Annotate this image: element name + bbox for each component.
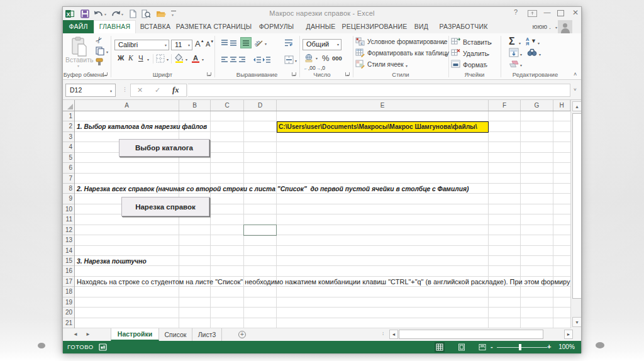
sheet-nav-left-icon[interactable]: ◄	[73, 331, 78, 337]
accounting-dropdown-icon[interactable]: ▾	[316, 56, 318, 60]
user-dropdown-icon[interactable]: ▾	[555, 25, 557, 30]
cell-a2[interactable]: 1. Выбор каталога для нарезки файлов	[77, 123, 207, 130]
orientation-dropdown-icon[interactable]: ▾	[265, 42, 267, 46]
column-header-F[interactable]: F	[489, 100, 521, 111]
sheet-tab-nastroyki[interactable]: Настройки	[111, 328, 159, 341]
percent-style-button[interactable]: %	[322, 53, 330, 63]
horizontal-scroll-thumb[interactable]	[399, 330, 543, 339]
form-button-narezka-spravok[interactable]: Нарезка справок	[121, 197, 209, 216]
cell-styles-button[interactable]: Стили ячеек	[367, 61, 404, 68]
row-header-17[interactable]: 17	[63, 277, 74, 287]
row-header-3[interactable]: 3	[63, 132, 74, 142]
align-left-icon[interactable]	[221, 56, 228, 64]
merge-center-dropdown-icon[interactable]: ▾	[295, 58, 297, 63]
nav-dot-left[interactable]	[38, 343, 45, 348]
grid[interactable]: 1. Выбор каталога для нарезки файлов C:\…	[75, 111, 570, 328]
font-color-dropdown-icon[interactable]: ▾	[202, 57, 204, 62]
fill-color-icon[interactable]	[174, 53, 184, 63]
tab-scroll-splitter[interactable]: ⁞	[382, 331, 384, 336]
delete-cells-icon[interactable]	[451, 48, 460, 57]
tab-page-layout[interactable]: РАЗМЕТКА СТРАНИЦЫ	[175, 20, 253, 33]
insert-cells-icon[interactable]	[451, 37, 460, 46]
help-button[interactable]: ?	[511, 8, 521, 18]
cancel-icon[interactable]: ✕	[137, 86, 143, 94]
decrease-decimal-button[interactable]: →,0	[316, 65, 325, 71]
sort-filter-dropdown-icon[interactable]: ▾	[538, 41, 540, 45]
formula-bar-splitter[interactable]: ⋮	[122, 86, 128, 92]
fill-down-icon[interactable]	[509, 48, 519, 57]
row-header-6[interactable]: 6	[63, 163, 74, 173]
close-button[interactable]: ✕	[570, 8, 580, 18]
formula-input[interactable]	[188, 84, 570, 97]
copy-icon[interactable]	[96, 47, 104, 55]
name-box-dropdown-icon[interactable]: ▾	[110, 89, 112, 93]
row-header-10[interactable]: 10	[63, 204, 74, 214]
copy-dropdown-icon[interactable]: ▾	[106, 50, 108, 54]
tab-formulas[interactable]: ФОРМУЛЫ	[253, 20, 300, 33]
conditional-formatting-button[interactable]: Условное форматирование	[367, 38, 447, 45]
vertical-scrollbar[interactable]: ▲ ▼	[570, 100, 581, 328]
ribbon-display-options-button[interactable]	[528, 10, 537, 17]
bold-button[interactable]: Ж	[118, 54, 124, 62]
decrease-indent-icon[interactable]	[253, 56, 262, 64]
column-header-A[interactable]: A	[75, 100, 179, 111]
grow-font-button[interactable]: А▲	[195, 39, 204, 48]
scroll-down-icon[interactable]: ▼	[572, 317, 581, 327]
comma-style-button[interactable]: 000	[332, 55, 342, 62]
row-header-14[interactable]: 14	[63, 246, 74, 256]
hscroll-right-icon[interactable]: ►	[564, 330, 573, 339]
number-dialog-launcher-icon[interactable]	[345, 72, 350, 77]
format-cells-dropdown-icon[interactable]: ▾	[486, 64, 487, 68]
fill-color-dropdown-icon[interactable]: ▾	[186, 57, 187, 62]
align-bottom-selected[interactable]	[240, 37, 252, 48]
row-header-9[interactable]: 9	[63, 194, 74, 204]
sheet-nav-right-icon[interactable]: ►	[86, 331, 91, 337]
conditional-formatting-dropdown-icon[interactable]: ▾	[443, 41, 445, 45]
user-avatar[interactable]	[558, 20, 572, 33]
row-header-5[interactable]: 5	[63, 153, 74, 163]
font-name-select[interactable]: Calibri▾	[114, 40, 169, 50]
number-format-select[interactable]: Общий▾	[303, 39, 341, 50]
zoom-slider-thumb[interactable]	[519, 344, 521, 350]
zoom-in-button[interactable]: +	[547, 343, 551, 350]
italic-button[interactable]: К	[128, 54, 133, 62]
format-as-table-dropdown-icon[interactable]: ▾	[445, 52, 447, 57]
format-painter-icon[interactable]	[96, 57, 104, 66]
zoom-slider-track[interactable]	[497, 347, 547, 348]
align-center-icon[interactable]	[230, 56, 237, 64]
page-layout-view-button[interactable]	[457, 342, 467, 352]
find-select-dropdown-icon[interactable]: ▾	[539, 52, 541, 57]
row-header-16[interactable]: 16	[63, 266, 74, 276]
row-header-2[interactable]: 2	[63, 121, 74, 131]
enter-icon[interactable]: ✓	[155, 86, 160, 94]
normal-view-button[interactable]	[435, 342, 445, 352]
cell-a15[interactable]: 3. Нарезка поштучно	[77, 258, 147, 265]
clear-icon[interactable]	[509, 60, 519, 68]
alignment-dialog-launcher-icon[interactable]	[292, 72, 297, 77]
new-sheet-button[interactable]: +	[238, 331, 246, 338]
row-header-4[interactable]: 4	[63, 142, 74, 152]
select-all-corner[interactable]	[63, 100, 75, 111]
borders-dropdown-icon[interactable]: ▾	[167, 57, 169, 62]
delete-cells-button[interactable]: Удалить	[463, 50, 488, 57]
merge-center-icon[interactable]	[284, 55, 294, 64]
maximize-button[interactable]	[557, 10, 564, 16]
font-color-icon[interactable]: А	[191, 53, 200, 63]
underline-button[interactable]: Ч	[138, 54, 143, 62]
active-cell-d12[interactable]	[243, 225, 277, 236]
font-size-select[interactable]: 11▾	[171, 40, 192, 50]
scroll-up-icon[interactable]: ▲	[572, 101, 581, 111]
column-header-B[interactable]: B	[179, 100, 211, 111]
delete-cells-dropdown-icon[interactable]: ▾	[487, 52, 489, 57]
nav-dot-right[interactable]	[596, 342, 604, 348]
insert-cells-dropdown-icon[interactable]: ▾	[490, 41, 492, 45]
font-dialog-launcher-icon[interactable]	[207, 72, 212, 77]
underline-dropdown-icon[interactable]: ▾	[147, 57, 149, 62]
row-header-18[interactable]: 18	[63, 287, 74, 297]
row-header-13[interactable]: 13	[63, 235, 74, 245]
name-box[interactable]: D12 ▾	[65, 84, 116, 97]
conditional-formatting-icon[interactable]: ≤	[355, 37, 365, 46]
insert-cells-button[interactable]: Вставить	[463, 38, 491, 46]
tab-home[interactable]: ГЛАВНАЯ	[94, 20, 136, 33]
macro-record-icon[interactable]	[99, 343, 107, 351]
